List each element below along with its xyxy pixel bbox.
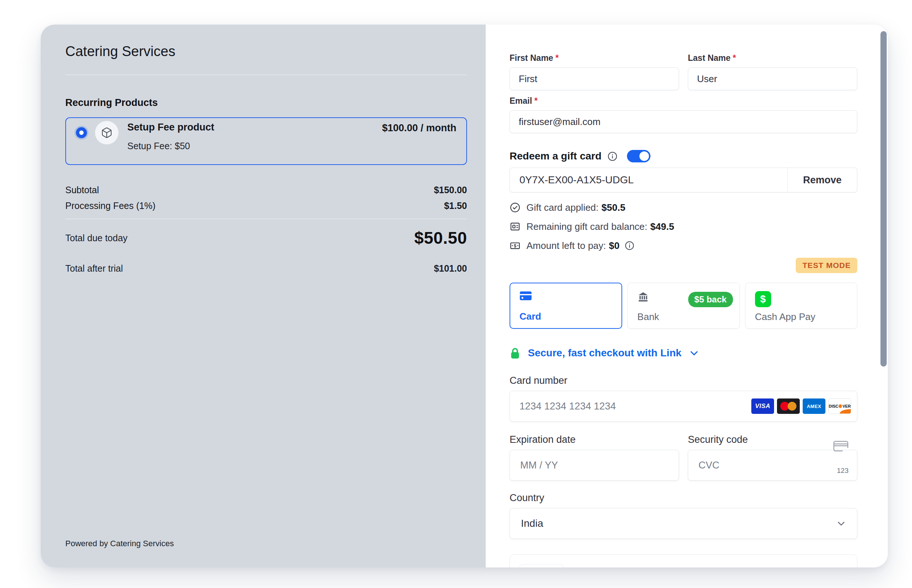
cvc-card-icon xyxy=(833,440,849,454)
product-description: Setup Fee: $50 xyxy=(127,141,214,152)
card-brand-icons: VISA AMEX DISCVER xyxy=(751,399,851,414)
total-after-trial-value: $101.00 xyxy=(434,263,467,274)
next-section-partial xyxy=(510,554,857,567)
expiration-field: Expiration date xyxy=(510,434,679,481)
lock-icon xyxy=(510,346,520,360)
expiry-cvc-row: Expiration date Security code 123 xyxy=(510,434,857,481)
last-name-input[interactable] xyxy=(688,68,857,90)
security-code-label: Security code xyxy=(688,434,857,446)
chevron-down-icon xyxy=(689,348,699,358)
total-due-row: Total due today $50.50 xyxy=(65,228,467,248)
gift-card-balance-icon xyxy=(510,221,520,232)
subtotal-label: Subtotal xyxy=(65,185,99,195)
country-select[interactable]: India xyxy=(510,508,857,539)
tab-card-label: Card xyxy=(520,311,541,322)
gift-card-toggle[interactable] xyxy=(627,150,650,162)
gift-applied-label: Gift card applied: xyxy=(526,201,599,214)
product-price: $100.00 / month xyxy=(382,123,456,134)
gift-card-code-box: 0Y7X-EX00-A1X5-UDGL Remove xyxy=(510,168,857,192)
country-label: Country xyxy=(510,492,857,504)
gift-balance-line: Remaining gift card balance: $49.5 xyxy=(510,220,857,233)
product-avatar xyxy=(95,121,118,144)
cash-app-icon: $ xyxy=(755,291,771,307)
summary-divider-top xyxy=(65,74,467,75)
subtotal-row: Subtotal $150.00 xyxy=(65,185,467,195)
product-option-setup-fee[interactable]: Setup Fee product Setup Fee: $50 $100.00… xyxy=(65,117,467,165)
email-input[interactable] xyxy=(510,110,857,133)
processing-fees-label: Processing Fees (1%) xyxy=(65,200,156,211)
package-icon xyxy=(101,127,113,139)
total-after-trial-label: Total after trial xyxy=(65,263,123,274)
first-name-input[interactable] xyxy=(510,68,679,90)
tab-bank-label: Bank xyxy=(637,311,659,323)
name-fields-row: First Name* Last Name* xyxy=(510,53,857,90)
recurring-products-heading: Recurring Products xyxy=(65,97,467,108)
test-mode-badge: TEST MODE xyxy=(796,258,857,273)
payment-method-tabs: Card $5 back Bank $ Cash App Pay xyxy=(510,283,857,329)
country-value: India xyxy=(521,518,543,529)
amount-left-label: Amount left to pay: xyxy=(526,239,606,252)
discover-dot xyxy=(839,404,842,408)
first-name-label: First Name* xyxy=(510,53,679,63)
amount-left-line: $ Amount left to pay: $0 xyxy=(510,239,857,252)
security-code-input[interactable] xyxy=(688,450,857,481)
total-due-label: Total due today xyxy=(65,233,128,244)
card-number-label: Card number xyxy=(510,375,857,386)
cashback-badge: $5 back xyxy=(688,292,733,307)
tab-cash-app-pay[interactable]: $ Cash App Pay xyxy=(745,283,857,329)
product-text: Setup Fee product Setup Fee: $50 xyxy=(127,122,214,152)
amex-icon: AMEX xyxy=(803,399,825,414)
card-number-box: VISA AMEX DISCVER xyxy=(510,391,857,422)
scrollbar-thumb[interactable] xyxy=(880,31,887,367)
total-after-trial-row: Total after trial $101.00 xyxy=(65,263,467,274)
discover-swoosh xyxy=(840,409,851,414)
required-asterisk: * xyxy=(732,53,736,63)
partial-chip xyxy=(519,564,564,567)
payment-form-panel: First Name* Last Name* Email* Redeem a g… xyxy=(486,24,888,567)
expiration-label: Expiration date xyxy=(510,434,679,446)
test-mode-row: TEST MODE xyxy=(510,258,857,273)
bank-icon xyxy=(637,291,649,303)
discover-icon: DISCVER xyxy=(828,399,851,414)
total-due-value: $50.50 xyxy=(414,228,467,248)
tab-bank[interactable]: $5 back Bank xyxy=(627,283,740,329)
security-code-field: Security code 123 xyxy=(688,434,857,481)
subtotal-value: $150.00 xyxy=(434,185,467,195)
required-asterisk: * xyxy=(534,96,538,106)
checkout-card: Catering Services Recurring Products Set… xyxy=(41,24,888,567)
summary-divider-bottom xyxy=(65,218,467,219)
merchant-title: Catering Services xyxy=(65,43,467,60)
gift-card-header: Redeem a gift card xyxy=(510,150,857,162)
gift-card-remove-button[interactable]: Remove xyxy=(787,168,857,192)
info-icon[interactable] xyxy=(625,241,634,250)
required-asterisk: * xyxy=(556,53,559,63)
gift-card-code-input[interactable]: 0Y7X-EX00-A1X5-UDGL xyxy=(510,168,787,192)
last-name-label: Last Name* xyxy=(688,53,857,63)
gift-balance-label: Remaining gift card balance: xyxy=(526,220,648,233)
svg-text:$: $ xyxy=(514,244,517,249)
gift-applied-value: $50.5 xyxy=(602,201,625,214)
expiration-input[interactable] xyxy=(510,450,679,481)
email-field: Email* xyxy=(510,96,857,133)
gift-balance-value: $49.5 xyxy=(650,220,674,233)
powered-by-footer: Powered by Catering Services xyxy=(65,539,174,548)
product-radio-selected[interactable] xyxy=(76,127,87,138)
select-chevron-icon xyxy=(836,519,846,528)
gift-card-title: Redeem a gift card xyxy=(510,150,602,162)
last-name-field: Last Name* xyxy=(688,53,857,90)
info-icon[interactable] xyxy=(607,152,617,161)
mastercard-icon xyxy=(777,399,800,414)
first-name-field: First Name* xyxy=(510,53,679,90)
cvc-icon-digits: 123 xyxy=(836,467,849,475)
credit-card-icon xyxy=(520,291,532,300)
link-banner-label: Secure, fast checkout with Link xyxy=(528,347,682,359)
processing-fees-value: $1.50 xyxy=(444,200,467,211)
order-summary-panel: Catering Services Recurring Products Set… xyxy=(41,24,486,567)
visa-icon: VISA xyxy=(751,399,774,414)
tab-card[interactable]: Card xyxy=(510,283,622,329)
banknote-icon: $ xyxy=(510,240,520,251)
tab-cash-app-pay-label: Cash App Pay xyxy=(755,311,815,323)
link-checkout-banner[interactable]: Secure, fast checkout with Link xyxy=(510,346,857,360)
card-number-input[interactable] xyxy=(510,391,751,421)
gift-applied-line: Gift card applied: $50.5 xyxy=(510,201,857,214)
